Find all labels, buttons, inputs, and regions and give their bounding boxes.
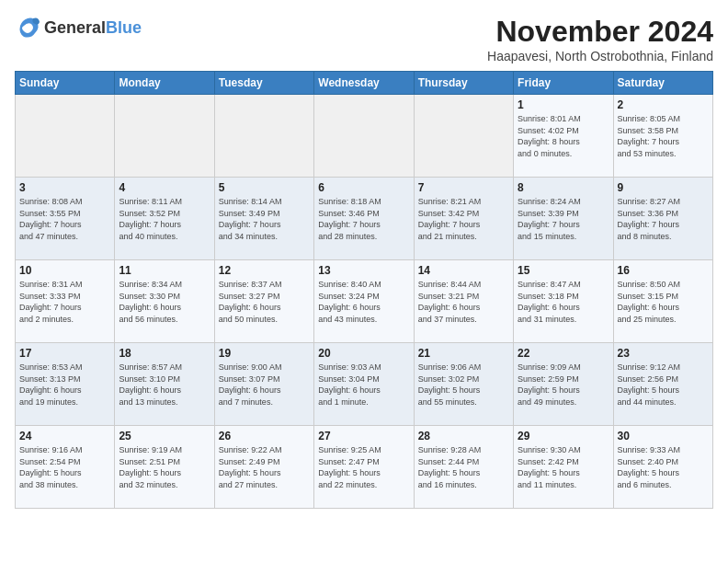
day-info: Sunrise: 8:24 AM Sunset: 3:39 PM Dayligh… — [518, 196, 609, 242]
calendar-cell: 9Sunrise: 8:27 AM Sunset: 3:36 PM Daylig… — [613, 178, 712, 260]
week-row-0: 1Sunrise: 8:01 AM Sunset: 4:02 PM Daylig… — [16, 95, 713, 178]
day-number: 14 — [418, 264, 509, 277]
day-info: Sunrise: 8:31 AM Sunset: 3:33 PM Dayligh… — [19, 279, 110, 325]
day-info: Sunrise: 9:09 AM Sunset: 2:59 PM Dayligh… — [518, 362, 609, 408]
calendar-cell — [314, 95, 414, 178]
day-info: Sunrise: 8:01 AM Sunset: 4:02 PM Dayligh… — [518, 113, 609, 159]
week-row-3: 17Sunrise: 8:53 AM Sunset: 3:13 PM Dayli… — [16, 343, 713, 426]
day-number: 8 — [518, 181, 609, 194]
day-info: Sunrise: 8:08 AM Sunset: 3:55 PM Dayligh… — [19, 196, 110, 242]
day-info: Sunrise: 8:57 AM Sunset: 3:10 PM Dayligh… — [119, 362, 210, 408]
day-number: 16 — [618, 264, 709, 277]
day-info: Sunrise: 9:12 AM Sunset: 2:56 PM Dayligh… — [618, 362, 709, 408]
calendar-cell — [115, 95, 214, 178]
week-row-1: 3Sunrise: 8:08 AM Sunset: 3:55 PM Daylig… — [16, 178, 713, 260]
calendar-cell: 4Sunrise: 8:11 AM Sunset: 3:52 PM Daylig… — [115, 178, 214, 260]
day-number: 11 — [119, 264, 210, 277]
day-header-friday: Friday — [514, 72, 613, 95]
day-number: 21 — [418, 347, 509, 360]
week-row-2: 10Sunrise: 8:31 AM Sunset: 3:33 PM Dayli… — [16, 260, 713, 343]
day-info: Sunrise: 9:28 AM Sunset: 2:44 PM Dayligh… — [418, 444, 509, 490]
month-title: November 2024 — [487, 15, 713, 49]
day-info: Sunrise: 8:11 AM Sunset: 3:52 PM Dayligh… — [119, 196, 210, 242]
day-info: Sunrise: 9:19 AM Sunset: 2:51 PM Dayligh… — [119, 444, 210, 490]
day-header-saturday: Saturday — [613, 72, 712, 95]
logo-blue: Blue — [106, 18, 142, 37]
day-info: Sunrise: 8:50 AM Sunset: 3:15 PM Dayligh… — [618, 279, 709, 325]
logo-text: GeneralBlue — [44, 18, 142, 38]
day-number: 30 — [618, 430, 709, 442]
day-header-tuesday: Tuesday — [214, 72, 313, 95]
day-number: 25 — [119, 430, 210, 442]
calendar-cell: 15Sunrise: 8:47 AM Sunset: 3:18 PM Dayli… — [514, 260, 613, 343]
day-number: 2 — [618, 98, 709, 111]
calendar-cell: 3Sunrise: 8:08 AM Sunset: 3:55 PM Daylig… — [16, 178, 115, 260]
calendar-cell: 1Sunrise: 8:01 AM Sunset: 4:02 PM Daylig… — [514, 95, 613, 178]
day-info: Sunrise: 8:14 AM Sunset: 3:49 PM Dayligh… — [219, 196, 310, 242]
day-number: 27 — [318, 430, 409, 442]
calendar-cell: 20Sunrise: 9:03 AM Sunset: 3:04 PM Dayli… — [314, 343, 414, 426]
day-number: 23 — [618, 347, 709, 360]
day-info: Sunrise: 9:25 AM Sunset: 2:47 PM Dayligh… — [318, 444, 409, 490]
day-info: Sunrise: 9:30 AM Sunset: 2:42 PM Dayligh… — [518, 444, 609, 490]
title-section: November 2024 Haapavesi, North Ostroboth… — [487, 15, 713, 63]
day-number: 4 — [119, 181, 210, 194]
day-info: Sunrise: 8:53 AM Sunset: 3:13 PM Dayligh… — [19, 362, 110, 408]
day-number: 26 — [219, 430, 310, 442]
day-number: 28 — [418, 430, 509, 442]
day-number: 5 — [219, 181, 310, 194]
calendar-cell — [16, 95, 115, 178]
day-info: Sunrise: 8:37 AM Sunset: 3:27 PM Dayligh… — [219, 279, 310, 325]
day-info: Sunrise: 8:21 AM Sunset: 3:42 PM Dayligh… — [418, 196, 509, 242]
header-row: SundayMondayTuesdayWednesdayThursdayFrid… — [16, 72, 713, 95]
calendar-cell: 18Sunrise: 8:57 AM Sunset: 3:10 PM Dayli… — [115, 343, 214, 426]
day-number: 15 — [518, 264, 609, 277]
calendar-cell: 11Sunrise: 8:34 AM Sunset: 3:30 PM Dayli… — [115, 260, 214, 343]
calendar-cell: 17Sunrise: 8:53 AM Sunset: 3:13 PM Dayli… — [16, 343, 115, 426]
logo-general: General — [44, 18, 106, 37]
calendar-cell: 23Sunrise: 9:12 AM Sunset: 2:56 PM Dayli… — [613, 343, 712, 426]
day-info: Sunrise: 9:22 AM Sunset: 2:49 PM Dayligh… — [219, 444, 310, 490]
day-info: Sunrise: 9:00 AM Sunset: 3:07 PM Dayligh… — [219, 362, 310, 408]
calendar-cell: 8Sunrise: 8:24 AM Sunset: 3:39 PM Daylig… — [514, 178, 613, 260]
day-header-sunday: Sunday — [16, 72, 115, 95]
calendar-cell: 12Sunrise: 8:37 AM Sunset: 3:27 PM Dayli… — [214, 260, 313, 343]
calendar-cell: 14Sunrise: 8:44 AM Sunset: 3:21 PM Dayli… — [414, 260, 513, 343]
calendar-cell: 19Sunrise: 9:00 AM Sunset: 3:07 PM Dayli… — [214, 343, 313, 426]
page-header: GeneralBlue November 2024 Haapavesi, Nor… — [15, 15, 713, 63]
calendar-cell: 22Sunrise: 9:09 AM Sunset: 2:59 PM Dayli… — [514, 343, 613, 426]
day-info: Sunrise: 8:47 AM Sunset: 3:18 PM Dayligh… — [518, 279, 609, 325]
day-number: 6 — [318, 181, 409, 194]
calendar-cell: 26Sunrise: 9:22 AM Sunset: 2:49 PM Dayli… — [214, 426, 313, 509]
day-info: Sunrise: 9:06 AM Sunset: 3:02 PM Dayligh… — [418, 362, 509, 408]
day-info: Sunrise: 8:27 AM Sunset: 3:36 PM Dayligh… — [618, 196, 709, 242]
day-info: Sunrise: 9:16 AM Sunset: 2:54 PM Dayligh… — [19, 444, 110, 490]
calendar-cell: 16Sunrise: 8:50 AM Sunset: 3:15 PM Dayli… — [613, 260, 712, 343]
calendar-cell: 5Sunrise: 8:14 AM Sunset: 3:49 PM Daylig… — [214, 178, 313, 260]
day-number: 29 — [518, 430, 609, 442]
calendar-cell: 6Sunrise: 8:18 AM Sunset: 3:46 PM Daylig… — [314, 178, 414, 260]
calendar-cell: 21Sunrise: 9:06 AM Sunset: 3:02 PM Dayli… — [414, 343, 513, 426]
calendar-cell: 13Sunrise: 8:40 AM Sunset: 3:24 PM Dayli… — [314, 260, 414, 343]
day-info: Sunrise: 8:05 AM Sunset: 3:58 PM Dayligh… — [618, 113, 709, 159]
day-number: 3 — [19, 181, 110, 194]
calendar-cell — [214, 95, 313, 178]
day-info: Sunrise: 9:33 AM Sunset: 2:40 PM Dayligh… — [618, 444, 709, 490]
calendar-cell: 2Sunrise: 8:05 AM Sunset: 3:58 PM Daylig… — [613, 95, 712, 178]
calendar-body: 1Sunrise: 8:01 AM Sunset: 4:02 PM Daylig… — [16, 95, 713, 509]
calendar-cell: 30Sunrise: 9:33 AM Sunset: 2:40 PM Dayli… — [613, 426, 712, 509]
day-header-thursday: Thursday — [414, 72, 513, 95]
day-header-wednesday: Wednesday — [314, 72, 414, 95]
calendar-cell: 29Sunrise: 9:30 AM Sunset: 2:42 PM Dayli… — [514, 426, 613, 509]
calendar-cell: 24Sunrise: 9:16 AM Sunset: 2:54 PM Dayli… — [16, 426, 115, 509]
day-number: 17 — [19, 347, 110, 360]
day-number: 20 — [318, 347, 409, 360]
location-title: Haapavesi, North Ostrobothnia, Finland — [487, 49, 713, 63]
day-number: 12 — [219, 264, 310, 277]
calendar-header: SundayMondayTuesdayWednesdayThursdayFrid… — [16, 72, 713, 95]
day-number: 10 — [19, 264, 110, 277]
calendar-cell: 28Sunrise: 9:28 AM Sunset: 2:44 PM Dayli… — [414, 426, 513, 509]
calendar-table: SundayMondayTuesdayWednesdayThursdayFrid… — [15, 71, 713, 509]
day-number: 13 — [318, 264, 409, 277]
logo-icon — [15, 15, 40, 40]
